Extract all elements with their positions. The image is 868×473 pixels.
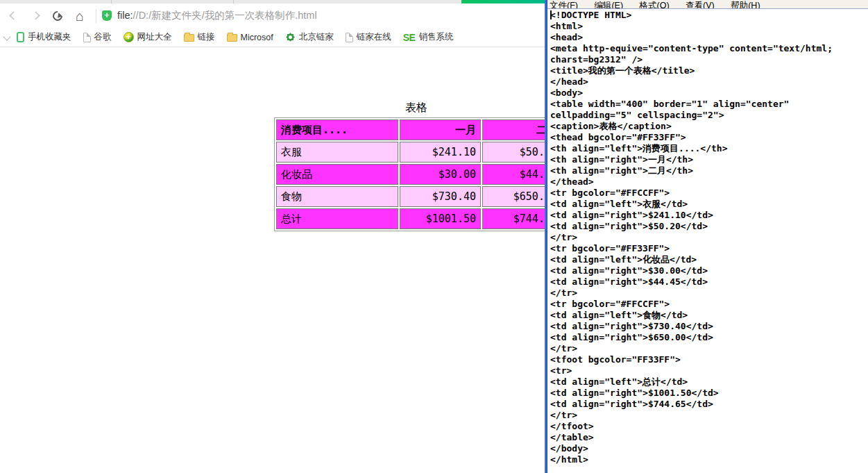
table-header-row: 消费项目.... 一月 二月 (276, 119, 562, 140)
code-line: </tr> (550, 232, 868, 243)
code-line: </table> (550, 432, 868, 443)
code-line: <tr bgcolor="#FFCCFF"> (550, 188, 868, 199)
url-scheme: file: (117, 10, 133, 21)
code-line: <td align="right">$241.10</td> (550, 210, 868, 221)
code-line: <head> (550, 32, 868, 43)
table-row: 化妆品 $30.00 $44.45 (276, 164, 562, 185)
code-line: </tr> (550, 288, 868, 299)
cell-january-value: $1001.50 (400, 208, 481, 229)
bookmark-item[interactable]: 北京链家 (285, 31, 334, 43)
code-line: <html> (550, 21, 868, 32)
code-line: <td align="right">$50.20</td> (550, 221, 868, 232)
cell-january-value: $30.00 (400, 164, 481, 185)
back-icon (9, 11, 18, 20)
bookmark-icon (346, 33, 353, 42)
code-line: <td align="left">衣服</td> (550, 199, 868, 210)
code-line: <td align="left">化妆品</td> (550, 254, 868, 265)
code-line: <td align="right">$30.00</td> (550, 265, 868, 276)
refresh-icon (51, 9, 65, 23)
browser-toolbar: ⌂ file://D:/新建文件夹/我的第一次表格制作.html (0, 3, 545, 28)
notepad-menu-bar: 文件(F) 编辑(E) 格式(O) 查看(V) 帮助(H) (547, 0, 868, 9)
code-line: </tr> (550, 410, 868, 421)
home-button[interactable]: ⌂ (71, 7, 89, 25)
bookmark-icon (124, 32, 134, 42)
code-line: <tr bgcolor="#FF33FF"> (550, 243, 868, 254)
consumption-table-wrap: 表格 消费项目.... 一月 二月 衣服 (274, 101, 559, 231)
code-line: <tr> (550, 365, 868, 376)
toolbar-divider (96, 9, 96, 23)
security-shield-icon[interactable] (102, 10, 112, 21)
bookmark-icon (17, 32, 24, 42)
code-line: <td align="right">$1001.50</td> (550, 388, 868, 399)
forward-button[interactable] (26, 7, 44, 25)
code-line: </tfoot> (550, 421, 868, 432)
bookmark-item[interactable]: 网址大全 (124, 31, 172, 43)
code-line: charst=bg2312" /> (550, 54, 868, 65)
table-row: 食物 $730.40 $650.00 (276, 186, 562, 207)
menu-item[interactable]: 查看(V) (683, 0, 717, 9)
table-row: 总计 $1001.50 $744.65 (276, 208, 562, 229)
cell-item-name: 总计 (276, 208, 398, 229)
code-line: <!DOCTYPE HTML> (550, 10, 868, 21)
refresh-button[interactable] (49, 7, 67, 25)
cell-item-name: 化妆品 (276, 164, 398, 185)
bookmark-item[interactable]: 谷歌 (83, 31, 112, 43)
forward-icon (31, 11, 40, 20)
code-line: <td align="left">食物</td> (550, 310, 868, 321)
code-line: </body> (550, 443, 868, 454)
code-line: <caption>表格</caption> (550, 121, 868, 132)
code-line: <body> (550, 88, 868, 99)
code-line: </tr> (550, 343, 868, 354)
back-button[interactable] (4, 7, 22, 25)
cell-january-value: $730.40 (400, 186, 481, 207)
notepad-text-area[interactable]: <!DOCTYPE HTML> <html> <head> <meta http… (547, 9, 868, 472)
menu-item[interactable]: 文件(F) (547, 0, 580, 9)
menu-item[interactable]: 格式(O) (638, 0, 672, 9)
text-caret (550, 10, 552, 19)
bookmarks-bar: 手机收藏夹 谷歌 网址大全 链接 (0, 28, 545, 47)
table-row: 衣服 $241.10 $50.20 (276, 142, 562, 163)
home-icon: ⌂ (76, 9, 84, 23)
code-line: <tr bgcolor="#FFCCFF"> (550, 299, 868, 310)
bookmark-label: 销售系统 (418, 31, 453, 43)
bookmark-item[interactable]: 手机收藏夹 (17, 31, 71, 43)
header-cell-january: 一月 (400, 119, 481, 140)
code-line: <table width="400" border="1" align="cen… (550, 99, 868, 110)
code-line: <td align="right">$744.65</td> (550, 399, 868, 410)
bookmark-label: 链接 (198, 31, 215, 43)
bookmarks-overflow-chevron[interactable] (3, 33, 10, 40)
header-cell-item: 消费项目.... (276, 119, 398, 140)
bookmark-item[interactable]: 链家在线 (346, 31, 391, 43)
code-line: </html> (550, 454, 868, 465)
code-line: <tfoot bgcolor="FF33FF"> (550, 354, 868, 365)
bookmark-item[interactable]: SE 销售系统 (403, 31, 454, 43)
code-line: </head> (550, 76, 868, 88)
bookmark-icon (83, 33, 91, 42)
notepad-window: 文件(F) 编辑(E) 格式(O) 查看(V) 帮助(H) <!DOCTYPE … (545, 0, 868, 473)
menu-item[interactable]: 帮助(H) (729, 0, 762, 9)
bookmark-label: 网址大全 (137, 31, 172, 43)
cell-item-name: 衣服 (276, 142, 398, 163)
bookmark-item[interactable]: Microsof (227, 33, 273, 42)
code-line: <th align="right">二月</th> (550, 165, 868, 176)
address-bar[interactable]: file://D:/新建文件夹/我的第一次表格制作.html (117, 9, 317, 22)
url-path: //D:/新建文件夹/我的第一次表格制作.html (133, 10, 317, 21)
cell-january-value: $241.10 (400, 142, 481, 163)
code-line: <td align="left">总计</td> (550, 376, 868, 388)
menu-item[interactable]: 编辑(E) (592, 0, 625, 9)
code-line: <th align="left">消费项目....</th> (550, 143, 868, 154)
code-line: <td align="right">$650.00</td> (550, 332, 868, 343)
bookmark-label: 谷歌 (94, 31, 112, 43)
code-line: <title>我的第一个表格</title> (550, 65, 868, 76)
bookmark-label: 手机收藏夹 (28, 31, 71, 43)
code-line: <meta http-equive="content-type" content… (550, 43, 868, 54)
bookmark-icon (184, 34, 194, 42)
bookmark-label: Microsof (241, 33, 273, 42)
consumption-table: 消费项目.... 一月 二月 衣服 $241.10 $50.20 (274, 117, 564, 231)
code-line: </thead> (550, 176, 868, 188)
bookmark-item[interactable]: 链接 (184, 31, 215, 43)
table-caption: 表格 (274, 101, 559, 115)
bookmark-icon (287, 34, 293, 40)
screen: ⌂ file://D:/新建文件夹/我的第一次表格制作.html 手机收藏夹 谷… (0, 0, 868, 473)
cell-item-name: 食物 (276, 186, 398, 207)
